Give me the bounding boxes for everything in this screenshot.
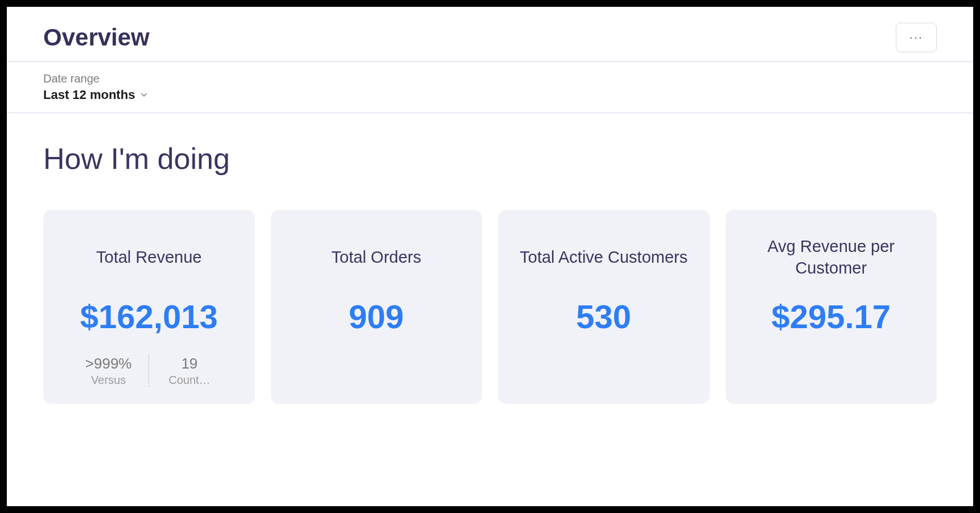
card-footer: >999% Versus 19 Count… [57,355,241,387]
card-total-active-customers[interactable]: Total Active Customers 530 [498,210,710,404]
metrics-section: How I'm doing Total Revenue $162,013 >99… [7,113,973,404]
card-value: 909 [349,297,404,336]
card-title: Total Orders [331,247,421,268]
card-total-revenue[interactable]: Total Revenue $162,013 >999% Versus 19 C… [43,210,255,404]
date-range-label: Date range [43,72,937,85]
section-title: How I'm doing [43,142,937,176]
date-range-selector[interactable]: Last 12 months [43,88,149,102]
header: Overview ··· [7,7,973,62]
footer-col-versus: >999% Versus [68,355,149,387]
footer-label: Count… [149,374,229,387]
card-title: Avg Revenue per Customer [739,236,924,279]
footer-value: 19 [149,355,229,373]
card-avg-revenue-per-customer[interactable]: Avg Revenue per Customer $295.17 [726,210,937,404]
date-range-value: Last 12 months [43,88,135,102]
page-title: Overview [43,24,150,51]
footer-label: Versus [68,374,149,387]
footer-value: >999% [68,355,149,373]
dashboard-container: Overview ··· Date range Last 12 months H… [7,7,973,506]
card-value: $162,013 [80,297,218,336]
card-title: Total Active Customers [520,247,687,268]
chevron-down-icon [139,90,149,100]
ellipsis-icon: ··· [909,30,923,45]
cards-row: Total Revenue $162,013 >999% Versus 19 C… [43,210,937,404]
card-title: Total Revenue [96,247,201,268]
footer-col-count: 19 Count… [149,355,229,387]
more-options-button[interactable]: ··· [896,23,937,52]
filter-row: Date range Last 12 months [7,62,973,113]
card-total-orders[interactable]: Total Orders 909 [271,210,483,404]
card-value: 530 [576,297,631,336]
card-value: $295.17 [771,297,891,336]
